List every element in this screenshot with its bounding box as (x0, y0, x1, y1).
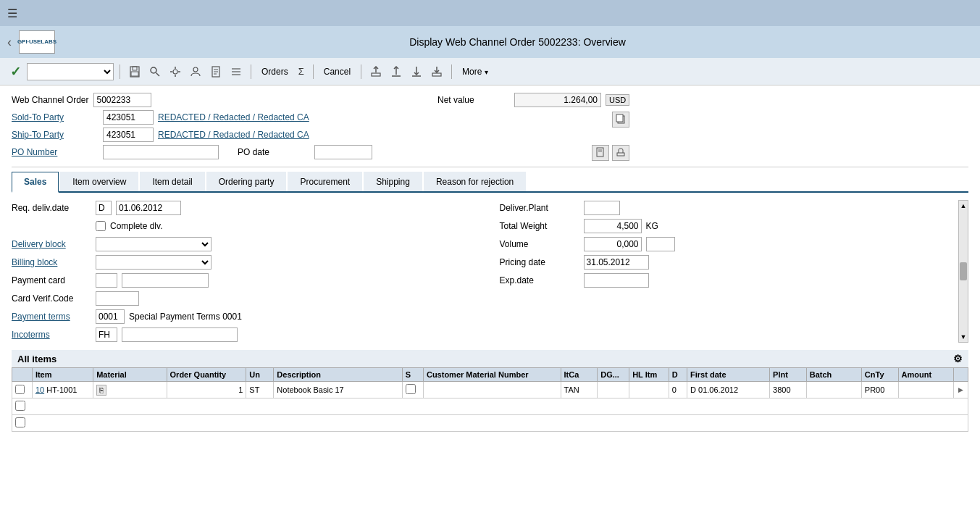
person-icon-button[interactable] (187, 64, 204, 79)
total-weight-input[interactable] (584, 219, 642, 233)
delivery-block-select[interactable] (96, 237, 212, 251)
more-chevron-icon: ▾ (485, 68, 488, 76)
billing-block-select[interactable] (96, 255, 212, 270)
ship-to-party-row: Ship-To Party REDACTED / Redacted / Reda… (12, 128, 372, 142)
svg-rect-18 (372, 73, 380, 76)
col-header-plnt: Plnt (770, 368, 807, 382)
upload1-icon-button[interactable] (367, 64, 385, 79)
payment-card-input1[interactable] (96, 273, 117, 288)
row-checkbox[interactable] (15, 385, 25, 394)
billing-block-label[interactable]: Billing block (12, 257, 91, 267)
incoterms-input1[interactable] (96, 327, 117, 342)
row-itca-cell: TAN (561, 382, 598, 398)
scroll-bar[interactable]: ▲ ▼ (958, 200, 968, 343)
sigma-button[interactable]: Σ (296, 64, 307, 78)
hamburger-icon[interactable]: ☰ (7, 7, 17, 20)
ship-to-party-label[interactable]: Ship-To Party (12, 130, 99, 140)
empty-row-checkbox-1[interactable] (15, 401, 25, 411)
table-header-row: Item Material Order Quantity Un Descript… (12, 368, 968, 382)
row-item-link[interactable]: 10 (35, 385, 44, 394)
complete-dlv-checkbox[interactable] (96, 221, 106, 231)
ship-to-party-input[interactable] (103, 128, 154, 142)
tab-shipping[interactable]: Shipping (364, 172, 422, 191)
sold-to-party-input[interactable] (103, 110, 154, 125)
volume-unit-input[interactable] (646, 237, 675, 251)
col-header-cust-material: Customer Material Number (423, 368, 561, 382)
magnify-icon-button[interactable] (146, 64, 164, 79)
row-scroll-icon[interactable]: ▶ (957, 386, 965, 393)
pricing-date-label: Pricing date (500, 257, 579, 267)
tab-item-detail[interactable]: Item detail (140, 172, 204, 191)
cancel-button[interactable]: Cancel (319, 65, 355, 78)
web-channel-order-row: Web Channel Order (12, 93, 372, 107)
scroll-down-arrow[interactable]: ▼ (960, 333, 967, 341)
req-deliv-date-input[interactable] (116, 201, 181, 215)
web-channel-order-input[interactable] (93, 93, 151, 107)
all-items-title: All items (17, 354, 56, 364)
deliver-plant-input[interactable] (584, 201, 620, 215)
orders-button[interactable]: Orders (257, 65, 293, 78)
empty-row-checkbox-2[interactable] (15, 417, 25, 427)
exp-date-row: Exp.date (500, 272, 952, 288)
delivery-block-row: Delivery block (12, 236, 464, 252)
col-header-first-date: First date (687, 368, 770, 382)
tab-ordering-party[interactable]: Ordering party (206, 172, 287, 191)
col-header-order-qty: Order Quantity (167, 368, 246, 382)
tab-sales[interactable]: Sales (12, 172, 59, 193)
tab-item-overview[interactable]: Item overview (60, 172, 138, 191)
svg-rect-24 (432, 73, 441, 76)
content-area: Web Channel Order Sold-To Party REDACTED… (0, 85, 980, 439)
row-material-copy-button[interactable]: ⎘ (96, 385, 106, 396)
scroll-up-arrow[interactable]: ▲ (960, 202, 967, 209)
upload2-icon (390, 66, 402, 78)
po-number-label[interactable]: PO Number (12, 147, 99, 157)
sold-to-party-label[interactable]: Sold-To Party (12, 112, 99, 122)
doc-icon-button[interactable] (207, 64, 225, 79)
po-date-input[interactable] (314, 145, 372, 159)
download1-icon-button[interactable] (408, 64, 425, 79)
row-d-cell: 0 (669, 382, 687, 398)
row-s-checkbox[interactable] (406, 384, 416, 394)
col-header-scroll (953, 368, 968, 382)
ship-to-party-name[interactable]: REDACTED / Redacted / Redacted CA (158, 130, 309, 140)
col-header-description: Description (274, 368, 402, 382)
incoterms-label[interactable]: Incoterms (12, 330, 91, 340)
list-icon-button[interactable] (227, 64, 245, 79)
tab-reason-rejection[interactable]: Reason for rejection (424, 172, 526, 191)
card-verif-input[interactable] (96, 291, 139, 306)
payment-terms-input[interactable] (96, 309, 125, 324)
back-button[interactable]: ‹ (7, 35, 12, 50)
incoterms-input2[interactable] (122, 327, 238, 342)
complete-dlv-row: Complete dlv. (12, 218, 464, 234)
magnify-icon (149, 66, 161, 78)
req-deliv-date-d-input[interactable] (96, 201, 112, 215)
sold-to-party-name[interactable]: REDACTED / Redacted / Redacted CA (158, 112, 309, 122)
save-icon-button[interactable] (126, 64, 143, 79)
more-label: More (462, 67, 482, 77)
row-item-suffix: HT-1001 (46, 385, 77, 394)
exp-date-input[interactable] (584, 273, 649, 288)
pricing-date-input[interactable] (584, 255, 649, 270)
payment-terms-label[interactable]: Payment terms (12, 312, 91, 322)
upload2-icon-button[interactable] (388, 64, 405, 79)
col-header-hl-itm: HL Itm (629, 368, 669, 382)
web-channel-order-label: Web Channel Order (12, 95, 89, 105)
po-number-input[interactable] (103, 145, 219, 159)
payment-card-input2[interactable] (122, 273, 209, 288)
items-settings-icon[interactable]: ⚙ (953, 353, 963, 364)
confirm-button[interactable]: ✓ (7, 62, 24, 81)
tab-procurement[interactable]: Procurement (288, 172, 362, 191)
stamp-button[interactable] (612, 145, 629, 161)
more-button[interactable]: More ▾ (458, 65, 493, 78)
row-scroll-cell: ▶ (953, 382, 968, 398)
download2-icon-button[interactable] (428, 64, 445, 79)
col-header-itca: ItCa (561, 368, 598, 382)
row-batch-cell (806, 382, 861, 398)
volume-input[interactable] (584, 237, 642, 251)
net-value-input[interactable] (514, 93, 601, 107)
copy-icon-button[interactable] (612, 112, 629, 128)
doc-copy-button[interactable] (592, 145, 609, 161)
settings-icon-button[interactable] (167, 64, 184, 79)
toolbar-dropdown[interactable] (27, 63, 114, 80)
delivery-block-label[interactable]: Delivery block (12, 239, 91, 249)
